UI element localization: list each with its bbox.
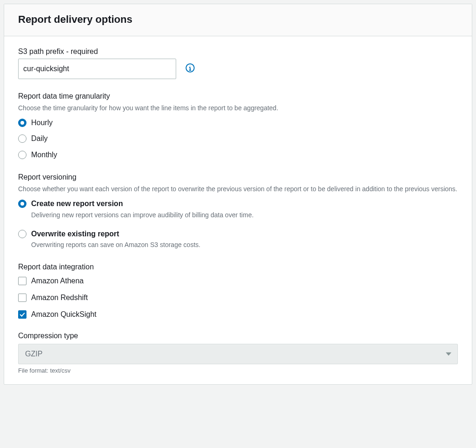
radio-monthly[interactable]: Monthly — [18, 150, 458, 160]
radio-hourly[interactable]: Hourly — [18, 118, 458, 128]
s3-prefix-field: S3 path prefix - required — [18, 47, 458, 79]
granularity-field: Report data time granularity Choose the … — [18, 92, 458, 160]
checkbox-icon — [18, 310, 26, 319]
granularity-label: Report data time granularity — [18, 92, 458, 100]
compression-select[interactable]: GZIP — [18, 344, 458, 364]
radio-label: Create new report version — [31, 199, 458, 209]
report-delivery-panel: Report delivery options S3 path prefix -… — [4, 4, 472, 385]
checkbox-icon — [18, 294, 26, 302]
radio-create-new-version[interactable]: Create new report version Delivering new… — [18, 199, 458, 220]
integration-field: Report data integration Amazon Athena Am… — [18, 263, 458, 319]
radio-icon — [18, 230, 26, 238]
radio-label: Hourly — [31, 119, 53, 127]
radio-label: Monthly — [31, 151, 57, 159]
panel-body: S3 path prefix - required Report data ti… — [4, 36, 472, 384]
checkbox-icon — [18, 277, 26, 285]
radio-label: Overwrite existing report — [31, 229, 458, 239]
integration-label: Report data integration — [18, 263, 458, 271]
compression-helper: File format: text/csv — [18, 367, 458, 374]
integration-options: Amazon Athena Amazon Redshift Amazon Qui… — [18, 277, 458, 319]
radio-daily[interactable]: Daily — [18, 134, 458, 144]
compression-field: Compression type GZIP File format: text/… — [18, 332, 458, 374]
radio-icon — [18, 119, 26, 127]
radio-label: Daily — [31, 134, 48, 142]
chevron-down-icon — [446, 352, 451, 355]
s3-prefix-label: S3 path prefix - required — [18, 47, 458, 56]
info-icon[interactable] — [185, 62, 196, 74]
radio-icon — [18, 134, 26, 143]
radio-icon — [18, 151, 26, 159]
checkbox-label: Amazon Redshift — [31, 294, 88, 302]
versioning-desc: Choose whether you want each version of … — [18, 184, 458, 194]
versioning-field: Report versioning Choose whether you wan… — [18, 173, 458, 249]
radio-icon — [18, 200, 26, 208]
radio-sublabel: Overwriting reports can save on Amazon S… — [31, 240, 458, 249]
granularity-desc: Choose the time granularity for how you … — [18, 103, 458, 113]
compression-select-wrap: GZIP — [18, 344, 458, 364]
checkbox-athena[interactable]: Amazon Athena — [18, 277, 458, 285]
panel-header: Report delivery options — [4, 4, 472, 36]
checkbox-label: Amazon QuickSight — [31, 310, 97, 319]
versioning-label: Report versioning — [18, 173, 458, 181]
radio-overwrite-existing[interactable]: Overwrite existing report Overwriting re… — [18, 229, 458, 250]
checkbox-label: Amazon Athena — [31, 277, 84, 285]
radio-sublabel: Delivering new report versions can impro… — [31, 210, 458, 220]
checkbox-quicksight[interactable]: Amazon QuickSight — [18, 310, 458, 319]
s3-prefix-input[interactable] — [18, 59, 176, 79]
compression-value: GZIP — [25, 350, 42, 358]
granularity-options: Hourly Daily Monthly — [18, 118, 458, 160]
checkbox-redshift[interactable]: Amazon Redshift — [18, 294, 458, 302]
s3-prefix-row — [18, 59, 458, 79]
svg-point-1 — [190, 66, 190, 66]
compression-label: Compression type — [18, 332, 458, 340]
versioning-options: Create new report version Delivering new… — [18, 199, 458, 249]
panel-title: Report delivery options — [18, 13, 458, 26]
